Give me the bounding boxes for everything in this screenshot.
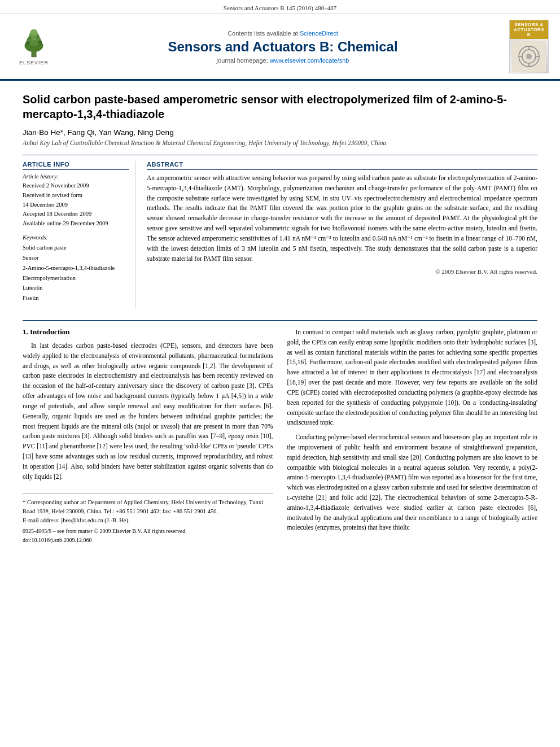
authors: Jian-Bo He*, Fang Qi, Yan Wang, Ning Den… — [23, 128, 537, 137]
keyword-1: Solid carbon paste — [23, 243, 129, 253]
svg-point-4 — [30, 29, 38, 36]
article-title: Solid carbon paste-based amperometric se… — [23, 92, 537, 121]
keyword-5: Luteolin — [23, 283, 129, 293]
section1-heading: 1. Introduction — [23, 327, 273, 337]
svg-point-6 — [38, 40, 42, 43]
svg-point-7 — [28, 37, 32, 40]
citation-text: Sensors and Actuators B 145 (2010) 480–4… — [224, 5, 336, 11]
issn-line: 0925-4005/$ – see front matter © 2009 El… — [23, 528, 273, 534]
main-left-column: 1. Introduction In last decades carbon p… — [23, 327, 273, 543]
journal-title-block: Contents lists available at ScienceDirec… — [59, 30, 506, 64]
top-citation-bar: Sensors and Actuators B 145 (2010) 480–4… — [0, 0, 560, 14]
email-address: jhee@hfut.edu.cn (J.-B. He). — [61, 517, 129, 523]
intro-para-right-1: In contrast to compact solid materials s… — [287, 327, 538, 428]
svg-point-8 — [37, 36, 40, 39]
doi-line: doi:10.1016/j.snb.2009.12.060 — [23, 537, 273, 543]
affiliation: Anhui Key Lab of Controllable Chemical R… — [23, 139, 537, 146]
abstract-label: ABSTRACT — [147, 161, 537, 170]
contents-prefix: Contents lists available at — [228, 30, 298, 37]
contents-available: Contents lists available at ScienceDirec… — [71, 30, 495, 37]
journal-name: Sensors and Actuators B: Chemical — [71, 39, 495, 55]
copyright-line: © 2009 Elsevier B.V. All rights reserved… — [147, 268, 537, 275]
keyword-2: Sensor — [23, 253, 129, 263]
article-info-column: ARTICLE INFO Article history: Received 2… — [23, 161, 135, 309]
main-right-column: In contrast to compact solid materials s… — [287, 327, 538, 543]
homepage-prefix: journal homepage: — [217, 57, 268, 64]
history-label: Article history: — [23, 173, 129, 180]
intro-para-right-2: Conducting polymer-based electrochemical… — [287, 433, 538, 533]
sciencedirect-link[interactable]: ScienceDirect — [300, 30, 338, 37]
svg-point-5 — [25, 41, 29, 45]
article-info-label: ARTICLE INFO — [23, 161, 129, 170]
keywords-section: Keywords: Solid carbon paste Sensor 2-Am… — [23, 234, 129, 303]
sensors-actuators-logo: SENSORS &ACTUATORSB — [506, 20, 552, 73]
email-label: E-mail address: — [23, 517, 60, 523]
keyword-3: 2-Amino-5-mercapto-1,3,4-thiadiazole — [23, 263, 129, 273]
main-content-row: 1. Introduction In last decades carbon p… — [23, 320, 537, 543]
elsevier-tree-icon — [17, 28, 51, 59]
sensors-logo-box: SENSORS &ACTUATORSB — [509, 20, 549, 73]
keyword-6: Fisetin — [23, 293, 129, 303]
svg-point-12 — [526, 54, 532, 59]
footnote-corresponding: * Corresponding author at: Department of… — [23, 498, 273, 516]
elsevier-logo: ELSEVIER — [8, 28, 59, 65]
abstract-column: ABSTRACT An amperometric sensor with att… — [147, 161, 537, 309]
info-abstract-row: ARTICLE INFO Article history: Received 2… — [23, 155, 537, 309]
sensors-logo-top-text: SENSORS &ACTUATORSB — [510, 20, 548, 39]
article-body: Solid carbon paste-based amperometric se… — [0, 81, 560, 554]
received-date: Received 2 November 2009 Received in rev… — [23, 181, 129, 229]
footnote-email: E-mail address: jhee@hfut.edu.cn (J.-B. … — [23, 516, 273, 525]
page-wrapper: Sensors and Actuators B 145 (2010) 480–4… — [0, 0, 560, 554]
sensors-logo-image — [510, 39, 548, 73]
journal-homepage: journal homepage: www.elsevier.com/locat… — [71, 57, 495, 64]
intro-para-1: In last decades carbon paste-based elect… — [23, 341, 273, 482]
article-history: Article history: Received 2 November 200… — [23, 173, 129, 229]
keywords-label: Keywords: — [23, 234, 129, 241]
homepage-url[interactable]: www.elsevier.com/locate/snb — [270, 57, 349, 64]
abstract-text: An amperometric sensor with attractive s… — [147, 173, 537, 264]
keyword-4: Electropolymerization — [23, 273, 129, 283]
journal-header: ELSEVIER Contents lists available at Sci… — [0, 14, 560, 80]
elsevier-label-text: ELSEVIER — [19, 60, 49, 65]
footnote-section: * Corresponding author at: Department of… — [23, 493, 273, 543]
